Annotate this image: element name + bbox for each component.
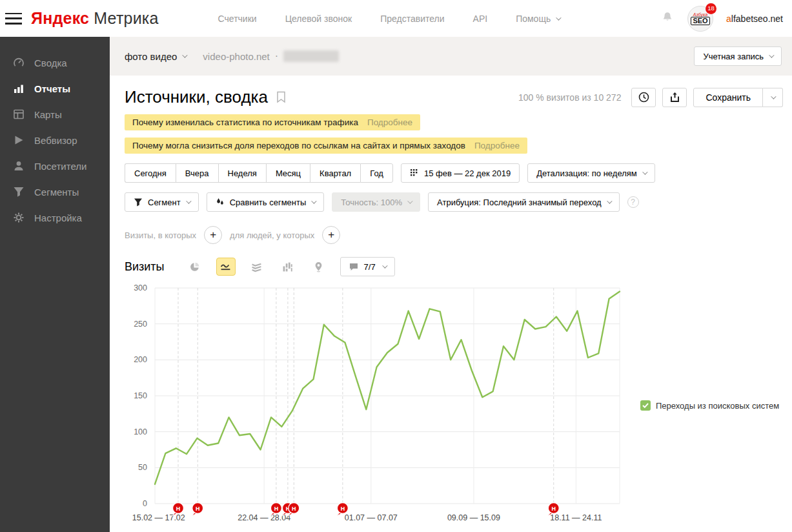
svg-text:200: 200: [134, 355, 147, 364]
chevron-down-icon: [556, 15, 561, 20]
save-button[interactable]: Сохранить: [693, 88, 763, 107]
separator-dot: ·: [275, 50, 278, 62]
export-button[interactable]: [662, 88, 687, 107]
comments-button[interactable]: 7/7: [340, 257, 395, 276]
svg-text:15.02 — 17.02: 15.02 — 17.02: [132, 513, 185, 522]
save-dropdown-button[interactable]: [763, 88, 783, 107]
sidebar-item-funnel[interactable]: Сегменты: [0, 179, 110, 205]
counter-selector[interactable]: фото видео: [125, 51, 186, 62]
sidebar-item-person[interactable]: Посетители: [0, 153, 110, 179]
sidebar-item-label: Карты: [34, 109, 62, 120]
chevron-down-icon: [183, 52, 188, 57]
add-people-condition-button[interactable]: +: [322, 226, 340, 244]
gear-icon: [13, 212, 25, 223]
history-button[interactable]: [631, 88, 656, 107]
bars-icon: [13, 83, 25, 94]
period-button-сегодня[interactable]: Сегодня: [125, 163, 176, 183]
svg-text:09.09 — 15.09: 09.09 — 15.09: [447, 513, 500, 522]
sidebar-item-speedometer[interactable]: Сводка: [0, 50, 110, 76]
header-nav-item-1[interactable]: Целевой звонок: [285, 14, 352, 24]
clock-icon: [638, 92, 649, 103]
svg-text:250: 250: [134, 320, 147, 329]
svg-text:Н: Н: [552, 506, 556, 512]
sidebar-item-gear[interactable]: Настройка: [0, 205, 110, 230]
period-button-месяц[interactable]: Месяц: [266, 163, 310, 183]
svg-text:50: 50: [138, 463, 147, 472]
visits-in-which-label: Визиты, в которых: [125, 230, 196, 240]
comment-marker-1[interactable]: Н: [192, 503, 203, 517]
visits-summary: 100 % визитов из 10 272: [518, 92, 621, 103]
notice-banner-1: Почему могла снизиться доля переходов по…: [125, 138, 527, 154]
accuracy-button[interactable]: Точность: 100%: [332, 192, 420, 212]
header-nav-item-2[interactable]: Представители: [380, 14, 444, 24]
notices: Почему изменилась статистика по источник…: [125, 107, 783, 154]
bell-icon[interactable]: [660, 11, 675, 26]
funnel-icon: [134, 198, 143, 207]
sidebar-item-label: Настройка: [34, 212, 82, 223]
stacked-chart-icon[interactable]: [247, 258, 267, 276]
account-button[interactable]: Учетная запись: [694, 46, 782, 66]
chevron-down-icon: [769, 52, 774, 57]
chevron-down-icon: [382, 263, 387, 268]
add-visit-condition-button[interactable]: +: [204, 226, 222, 244]
segmentation-row: Визиты, в которых + для людей, у которых…: [125, 226, 783, 244]
sidebar-item-label: Вебвизор: [34, 135, 77, 146]
chevron-down-icon: [642, 169, 647, 174]
counter-bar: фото видео video-photo.net · Учетная зап…: [110, 37, 792, 76]
svg-text:Н: Н: [292, 506, 296, 512]
comment-marker-4[interactable]: Н: [288, 503, 300, 517]
period-button-вчера[interactable]: Вчера: [176, 163, 218, 183]
svg-text:Н: Н: [176, 506, 181, 512]
header-nav-item-0[interactable]: Счетчики: [218, 14, 257, 24]
chevron-down-icon: [407, 198, 412, 203]
sidebar: СводкаОтчетыКартыВебвизорПосетителиСегме…: [0, 37, 110, 532]
map-pin-icon[interactable]: [309, 258, 329, 276]
attribution-button[interactable]: Атрибуция: Последний значимый переход: [428, 192, 620, 212]
notice-text: Почему изменилась статистика по источник…: [132, 118, 358, 127]
for-people-label: для людей, у которых: [230, 230, 314, 240]
menu-icon[interactable]: [5, 13, 22, 25]
segment-row: Сегмент Сравнить сегменты Точность: 100%…: [125, 192, 783, 212]
calendar-icon: [410, 169, 419, 178]
svg-text:Н: Н: [341, 506, 345, 512]
sidebar-item-layout[interactable]: Карты: [0, 101, 110, 127]
segment-button[interactable]: Сегмент: [125, 192, 199, 212]
sidebar-item-label: Отчеты: [34, 83, 70, 94]
notice-more-link[interactable]: Подробнее: [367, 118, 412, 127]
legend-checkbox[interactable]: [640, 400, 651, 411]
svg-text:0: 0: [143, 499, 147, 508]
person-icon: [13, 160, 25, 172]
help-icon[interactable]: ?: [627, 196, 639, 208]
bookmark-icon[interactable]: [276, 91, 286, 103]
app-logo[interactable]: Яндекс Метрика: [31, 9, 159, 28]
notice-more-link[interactable]: Подробнее: [474, 141, 520, 150]
svg-text:01.07 — 07.07: 01.07 — 07.07: [345, 513, 398, 522]
period-button-год[interactable]: Год: [360, 163, 393, 183]
period-button-квартал[interactable]: Квартал: [310, 163, 360, 183]
notice-banner-0: Почему изменилась статистика по источник…: [125, 114, 420, 130]
avatar[interactable]: Азбука SEO 18: [687, 6, 713, 32]
avatar-logo-text: Азбука: [693, 12, 707, 17]
pie-chart-icon[interactable]: [185, 258, 205, 276]
header-right: Азбука SEO 18 alfabetseo.net: [660, 6, 792, 32]
header-nav-item-4[interactable]: Помощь: [516, 14, 560, 24]
notice-text: Почему могла снизиться доля переходов по…: [132, 141, 465, 150]
sidebar-item-bars[interactable]: Отчеты: [0, 76, 110, 101]
line-chart-icon[interactable]: [216, 258, 236, 276]
svg-text:18.11 — 24.11: 18.11 — 24.11: [550, 513, 602, 522]
period-button-неделя[interactable]: Неделя: [218, 163, 266, 183]
sidebar-item-play[interactable]: Вебвизор: [0, 127, 110, 153]
notification-badge: 18: [706, 3, 716, 14]
sidebar-item-label: Посетители: [34, 161, 86, 172]
header-nav-item-3[interactable]: API: [473, 14, 488, 24]
svg-text:150: 150: [134, 391, 147, 400]
visits-chart: 05010015020025030015.02 — 17.0222.04 — 2…: [119, 279, 783, 532]
avatar-seo-text: SEO: [691, 17, 709, 25]
username[interactable]: alfabetseo.net: [726, 14, 783, 24]
column-chart-icon[interactable]: [278, 258, 298, 276]
detail-button[interactable]: Детализация: по неделям: [527, 163, 655, 183]
legend-label: Переходы из поисковых систем: [656, 401, 779, 411]
compare-segments-button[interactable]: Сравнить сегменты: [207, 192, 325, 212]
date-range-button[interactable]: 15 фев — 22 дек 2019: [401, 163, 520, 183]
logo-yandex: Яндекс: [31, 9, 89, 27]
